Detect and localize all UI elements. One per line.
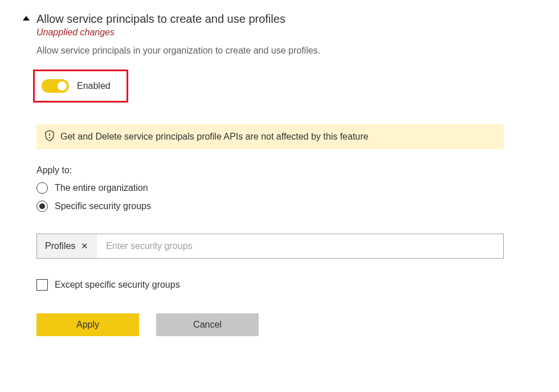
checkbox-icon <box>36 279 48 291</box>
apply-to-label: Apply to: <box>36 165 536 175</box>
radio-entire-organization[interactable]: The entire organization <box>36 182 536 194</box>
radio-icon <box>36 182 48 194</box>
except-checkbox[interactable]: Except specific security groups <box>36 279 536 291</box>
security-groups-input[interactable]: Profiles ✕ Enter security groups <box>36 234 504 259</box>
enabled-highlight-box: Enabled <box>33 70 128 103</box>
security-groups-placeholder[interactable]: Enter security groups <box>97 234 503 258</box>
enabled-toggle[interactable] <box>42 79 69 93</box>
enabled-toggle-label: Enabled <box>77 81 111 91</box>
expand-caret-icon[interactable] <box>23 16 30 21</box>
chip-remove-icon[interactable]: ✕ <box>81 241 88 251</box>
radio-specific-security-groups[interactable]: Specific security groups <box>36 201 536 212</box>
radio-icon <box>36 201 48 212</box>
warning-text: Get and Delete service principals profil… <box>60 132 368 142</box>
unapplied-changes-label: Unapplied changes <box>36 27 536 38</box>
setting-description: Allow service principals in your organiz… <box>36 44 536 57</box>
warning-banner: Get and Delete service principals profil… <box>36 124 504 149</box>
radio-label: Specific security groups <box>55 201 151 211</box>
shield-warning-icon <box>44 130 55 144</box>
except-checkbox-label: Except specific security groups <box>55 280 180 290</box>
security-group-chip: Profiles ✕ <box>37 234 97 258</box>
apply-button[interactable]: Apply <box>36 313 139 336</box>
svg-point-1 <box>49 137 50 138</box>
cancel-button[interactable]: Cancel <box>156 313 259 336</box>
radio-label: The entire organization <box>55 183 148 193</box>
chip-label: Profiles <box>45 241 75 251</box>
action-buttons: Apply Cancel <box>36 313 536 336</box>
apply-to-radio-group: The entire organization Specific securit… <box>36 182 536 212</box>
setting-title: Allow service principals to create and u… <box>36 11 536 26</box>
